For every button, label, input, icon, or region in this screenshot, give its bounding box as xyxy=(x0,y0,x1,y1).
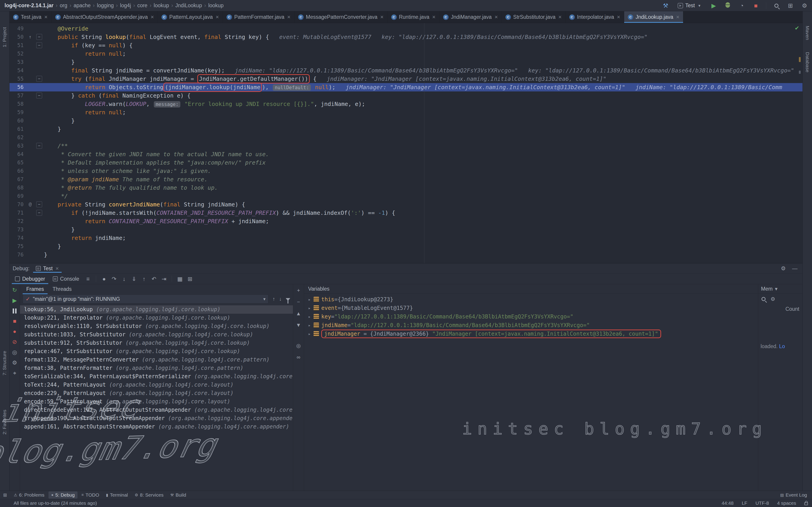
move-watch-up-icon[interactable]: ▲ xyxy=(296,311,301,317)
tab-threads[interactable]: Threads xyxy=(49,284,75,294)
debug-button[interactable] xyxy=(724,2,731,9)
tab-frames[interactable]: Frames xyxy=(23,284,48,294)
profiler-icon[interactable]: ◔ xyxy=(738,2,746,9)
editor-tab[interactable]: CMessagePatternConverter.java✕ xyxy=(295,11,388,23)
tab-console[interactable]: Console xyxy=(50,274,82,284)
code-line[interactable]: 75 } xyxy=(9,242,803,250)
stack-frame-row[interactable]: encode:229, PatternLayout (org.apache.lo… xyxy=(20,389,293,397)
breadcrumb-item[interactable]: log4j-core-2.14.1.jar xyxy=(4,2,54,9)
code-line[interactable]: 52 return null; xyxy=(9,50,803,58)
close-icon[interactable]: ✕ xyxy=(494,14,498,20)
expand-chevron-icon[interactable]: ▸ xyxy=(306,331,313,337)
build-hammer-icon[interactable]: ⚒ xyxy=(662,2,669,9)
code-line[interactable]: 72 return CONTAINER_JNDI_RESOURCE_PATH_P… xyxy=(9,217,803,225)
variable-row[interactable]: ▸event = {MutableLogEvent@1577} xyxy=(304,304,758,313)
code-line[interactable]: 73 } xyxy=(9,225,803,234)
inspections-ok-icon[interactable]: ✔ xyxy=(795,24,799,32)
code-line[interactable]: 53 } xyxy=(9,58,803,66)
settings-gear-icon[interactable]: ⚙ xyxy=(781,265,786,272)
code-editor[interactable]: 49 @Override50↑− public String lookup(fi… xyxy=(9,23,803,263)
editor-tab[interactable]: CStrSubstitutor.java✕ xyxy=(502,11,566,23)
debug-session-tab[interactable]: Test ✕ xyxy=(33,264,62,273)
close-icon[interactable]: ✕ xyxy=(44,14,48,20)
show-execution-point-icon[interactable]: ● xyxy=(100,276,108,282)
close-icon[interactable]: ✕ xyxy=(558,14,562,20)
run-button[interactable]: ▶ xyxy=(710,2,717,9)
duplicate-watch-icon[interactable]: ◎ xyxy=(296,343,301,349)
code-line[interactable]: 54 final String jndiName = convertJndiNa… xyxy=(9,66,803,75)
error-stripe-mark[interactable] xyxy=(799,71,801,74)
fold-marker-icon[interactable]: − xyxy=(36,143,42,149)
event-log-button[interactable]: ▤ Event Log xyxy=(780,492,809,498)
stack-frame-row[interactable]: replace:467, StrSubstitutor (org.apache.… xyxy=(20,347,293,355)
toolwindow-button[interactable]: ≡TODO xyxy=(79,491,102,499)
toolwindow-button[interactable]: ⚒Build xyxy=(168,491,189,499)
resume-button[interactable]: ▶ xyxy=(12,297,17,303)
code-line[interactable]: 56 return Objects.toString(jndiManager.l… xyxy=(9,83,803,92)
bookmark-icon[interactable]: @ xyxy=(26,200,35,209)
evaluate-expression-icon[interactable]: ▦ xyxy=(175,276,184,282)
close-icon[interactable]: ✕ xyxy=(380,14,384,20)
pause-button[interactable] xyxy=(13,308,16,314)
toolwindow-stripe-project[interactable]: 1: Project xyxy=(2,27,7,47)
step-over-icon[interactable]: ↷ xyxy=(110,276,118,282)
file-encoding[interactable]: UTF-8 xyxy=(755,500,769,506)
run-to-cursor-icon[interactable]: ⇥ xyxy=(159,276,168,282)
hide-frames-filter-icon[interactable] xyxy=(286,298,290,301)
close-icon[interactable]: ✕ xyxy=(215,14,219,20)
code-line[interactable]: 60 } xyxy=(9,117,803,125)
search-icon[interactable] xyxy=(761,297,766,301)
step-into-icon[interactable]: ↓ xyxy=(120,276,128,282)
code-line[interactable]: 58 LOGGER.warn(LOOKUP, message: "Error l… xyxy=(9,100,803,108)
toolwindow-button[interactable]: ▮Terminal xyxy=(103,491,131,499)
breadcrumb-item[interactable]: logging xyxy=(96,2,115,9)
view-breakpoints-button[interactable]: ● xyxy=(13,328,16,334)
stack-frame-row[interactable]: lookup:56, JndiLookup (org.apache.loggin… xyxy=(20,305,293,314)
override-method-icon[interactable]: ↑ xyxy=(26,33,35,41)
code-line[interactable]: 49 @Override xyxy=(9,24,803,33)
fold-marker-icon[interactable]: − xyxy=(36,76,42,82)
caret-position[interactable]: 44:48 xyxy=(722,500,733,506)
editor-tab[interactable]: CPatternFormatter.java✕ xyxy=(223,11,295,23)
close-icon[interactable]: ✕ xyxy=(55,266,59,271)
force-step-into-icon[interactable]: ⇓ xyxy=(130,276,138,282)
mute-breakpoints-button[interactable]: ⊘ xyxy=(12,339,17,345)
stack-frame-row[interactable]: substitute:1033, StrSubstitutor (org.apa… xyxy=(20,331,293,339)
code-line[interactable]: 51− if (key == null) { xyxy=(9,41,803,50)
variable-row[interactable]: ▸this = {JndiLookup@2273} xyxy=(304,295,758,304)
close-icon[interactable]: ✕ xyxy=(287,14,291,20)
code-line[interactable]: 74 return jndiName; xyxy=(9,234,803,242)
pin-icon[interactable]: ⌖ xyxy=(13,370,16,376)
run-config-select[interactable]: Test ▾ xyxy=(676,1,704,10)
thread-dropdown[interactable]: ✓ "main"@1 in group "main": RUNNING ▾ xyxy=(23,294,268,303)
stack-frame-row[interactable]: append:161, AbstractOutputStreamAppender… xyxy=(20,422,293,431)
layout-grid-icon[interactable]: ⊞ xyxy=(186,276,194,282)
editor-tab[interactable]: CPatternLayout.java✕ xyxy=(158,11,223,23)
move-watch-down-icon[interactable]: ▼ xyxy=(296,322,301,328)
layout-grid-icon[interactable]: ⊞ xyxy=(786,2,794,9)
code-line[interactable]: 64 * Convert the given JNDI name to the … xyxy=(9,150,803,159)
tool-windows-toggle-icon[interactable]: ⊞ xyxy=(3,492,7,498)
code-line[interactable]: 59 return null; xyxy=(9,108,803,117)
code-line[interactable]: 57− } catch (final NamingException e) { xyxy=(9,92,803,100)
tab-debugger[interactable]: Debugger xyxy=(12,274,48,284)
variable-row[interactable]: ▸jndiManager = {JndiManager@2366} "JndiM… xyxy=(304,330,758,338)
search-everywhere-icon[interactable] xyxy=(773,2,780,9)
close-icon[interactable]: ✕ xyxy=(676,14,680,20)
close-icon[interactable]: ✕ xyxy=(150,14,154,20)
editor-tab[interactable]: CJndiLookup.java✕ xyxy=(624,11,683,23)
variable-row[interactable]: ▸jndiName = "ldap://127.0.0.1:1389/Basic… xyxy=(304,321,758,330)
expand-chevron-icon[interactable]: ▸ xyxy=(306,323,313,328)
code-line[interactable]: 62 xyxy=(9,133,803,142)
editor-tab[interactable]: CRuntime.java✕ xyxy=(388,11,440,23)
readonly-lock-icon[interactable] xyxy=(804,502,808,505)
fold-marker-icon[interactable]: − xyxy=(36,42,42,48)
code-line[interactable]: 76} xyxy=(9,250,803,259)
thread-dump-camera-button[interactable]: ◎ xyxy=(12,349,17,355)
toolwindow-stripe-structure[interactable]: 7: Structure xyxy=(2,351,7,376)
memory-header[interactable]: Mem ▾ xyxy=(758,284,803,294)
stack-frame-row[interactable]: encode:59, PatternLayout (org.apache.log… xyxy=(20,397,293,406)
breadcrumb-item[interactable]: apache xyxy=(73,2,92,9)
toolwindow-button[interactable]: ⚙8: Services xyxy=(132,491,166,499)
show-watches-icon[interactable]: ∞ xyxy=(297,354,300,360)
